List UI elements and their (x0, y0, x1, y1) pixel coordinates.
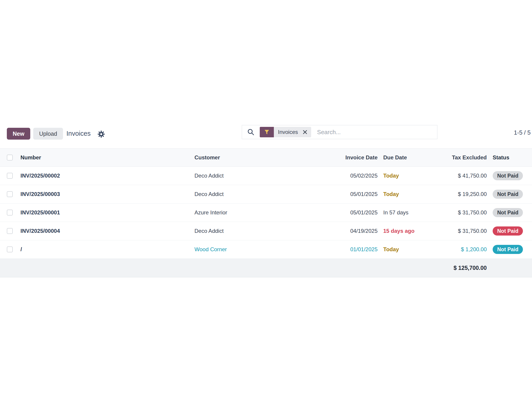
cell-tax-excluded: $ 41,750.00 (447, 173, 487, 179)
cell-due-date: Today (378, 246, 447, 253)
cell-number: / (16, 246, 195, 253)
cell-number: INV/2025/00002 (16, 173, 195, 179)
column-header-invoice-date[interactable]: Invoice Date (318, 154, 378, 161)
table-row[interactable]: INV/2025/00001 Azure Interior 05/01/2025… (0, 204, 532, 222)
cell-due-date: In 57 days (378, 209, 447, 216)
column-header-tax-excluded[interactable]: Tax Excluded (447, 154, 487, 161)
cell-invoice-date: 05/01/2025 (318, 191, 378, 197)
cell-invoice-date: 01/01/2025 (318, 246, 378, 253)
row-checkbox[interactable] (7, 191, 13, 197)
list-header-row: Number Customer Invoice Date Due Date Ta… (0, 149, 532, 167)
column-header-status[interactable]: Status (487, 154, 532, 161)
table-row[interactable]: INV/2025/00003 Deco Addict 05/01/2025 To… (0, 185, 532, 204)
row-checkbox[interactable] (7, 228, 13, 234)
table-row[interactable]: / Wood Corner 01/01/2025 Today $ 1,200.0… (0, 240, 532, 259)
cell-customer: Wood Corner (195, 246, 318, 253)
upload-button[interactable]: Upload (33, 128, 63, 140)
cell-invoice-date: 05/01/2025 (318, 209, 378, 216)
table-row[interactable]: INV/2025/00004 Deco Addict 04/19/2025 15… (0, 222, 532, 240)
total-tax-excluded: $ 125,700.00 (447, 265, 487, 271)
gear-icon[interactable] (97, 130, 105, 139)
search-bar[interactable]: Invoices Search... (242, 125, 437, 139)
close-icon[interactable] (302, 130, 311, 135)
cell-customer: Azure Interior (195, 209, 318, 216)
row-checkbox[interactable] (7, 173, 13, 179)
status-badge: Not Paid (493, 245, 523, 254)
search-input[interactable]: Search... (317, 129, 341, 136)
cell-due-date: Today (378, 173, 447, 179)
control-panel: New Upload Invoices (0, 127, 532, 141)
filter-funnel-icon (260, 127, 274, 137)
status-badge: Not Paid (493, 226, 523, 236)
row-checkbox[interactable] (7, 246, 13, 252)
column-header-due-date[interactable]: Due Date (378, 154, 447, 161)
cell-due-date: 15 days ago (378, 228, 447, 234)
cell-customer: Deco Addict (195, 191, 318, 197)
cell-customer: Deco Addict (195, 228, 318, 234)
cell-invoice-date: 04/19/2025 (318, 228, 378, 234)
column-header-number[interactable]: Number (16, 154, 195, 161)
page-title: Invoices (66, 130, 90, 137)
cell-tax-excluded: $ 19,250.00 (447, 191, 487, 197)
pager-range[interactable]: 1-5 / 5 (514, 129, 531, 136)
search-icon (247, 128, 255, 136)
table-row[interactable]: INV/2025/00002 Deco Addict 05/02/2025 To… (0, 167, 532, 185)
row-checkbox[interactable] (7, 210, 13, 216)
new-button[interactable]: New (7, 128, 30, 140)
list-footer-row: $ 125,700.00 (0, 259, 532, 277)
cell-tax-excluded: $ 31,750.00 (447, 209, 487, 216)
search-facet-invoices[interactable]: Invoices (260, 127, 311, 137)
cell-number: INV/2025/00003 (16, 191, 195, 197)
search-facet-label: Invoices (274, 129, 302, 135)
status-badge: Not Paid (493, 208, 523, 217)
cell-invoice-date: 05/02/2025 (318, 173, 378, 179)
invoice-list: Number Customer Invoice Date Due Date Ta… (0, 149, 532, 277)
cell-tax-excluded: $ 31,750.00 (447, 228, 487, 234)
cell-customer: Deco Addict (195, 173, 318, 179)
select-all-checkbox[interactable] (7, 155, 13, 161)
cell-number: INV/2025/00004 (16, 228, 195, 234)
status-badge: Not Paid (493, 190, 523, 199)
status-badge: Not Paid (493, 171, 523, 180)
column-header-customer[interactable]: Customer (195, 154, 318, 161)
cell-tax-excluded: $ 1,200.00 (447, 246, 487, 253)
cell-number: INV/2025/00001 (16, 209, 195, 216)
cell-due-date: Today (378, 191, 447, 197)
